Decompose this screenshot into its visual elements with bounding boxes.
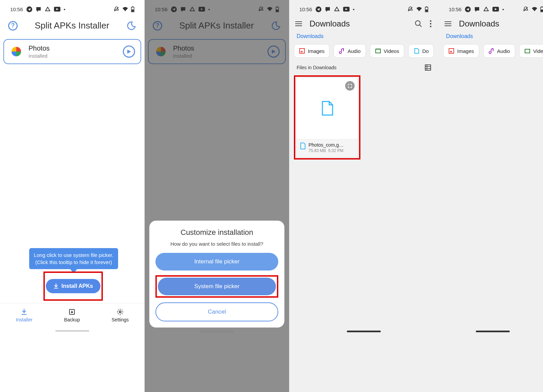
- screen-files-clone: 10:56 • Downloads Downloads Images: [438, 0, 543, 392]
- app-title: Split APKs Installer: [35, 20, 109, 31]
- hamburger-icon[interactable]: [295, 21, 302, 26]
- breadcrumb[interactable]: Downloads: [438, 33, 543, 44]
- cancel-button[interactable]: Cancel: [155, 302, 278, 321]
- svg-rect-35: [541, 6, 543, 7]
- file-icon: [320, 100, 334, 116]
- nav-installer[interactable]: Installer: [16, 308, 33, 322]
- youtube-icon: [54, 7, 60, 12]
- hamburger-icon[interactable]: [445, 21, 451, 26]
- nav-handle: [347, 331, 381, 332]
- tooltip-line1: Long click to use system file picker.: [33, 251, 114, 259]
- image-icon: [299, 48, 305, 54]
- view-toggle-icon[interactable]: [425, 64, 431, 71]
- chip-videos[interactable]: Videos: [370, 44, 405, 58]
- svg-rect-26: [376, 49, 380, 53]
- chip-documents[interactable]: Do: [408, 44, 434, 58]
- nav-backup[interactable]: Backup: [64, 308, 80, 322]
- google-photos-icon: [10, 45, 23, 58]
- files-header: Downloads: [289, 16, 438, 33]
- wifi-icon: [416, 7, 422, 12]
- chip-audio[interactable]: Audio: [334, 44, 366, 58]
- bottom-nav: Installer Backup Settings: [0, 303, 145, 327]
- svg-point-24: [430, 26, 431, 27]
- chat-icon: [474, 6, 480, 12]
- status-time: 10:56: [10, 6, 23, 12]
- install-bottom-sheet: Customize installation How do you want t…: [149, 221, 284, 328]
- dnd-icon: [113, 6, 119, 12]
- status-bar: 10:56 •: [438, 0, 543, 16]
- status-time: 10:56: [449, 6, 462, 12]
- launch-app-button[interactable]: [123, 45, 135, 58]
- video-icon: [375, 48, 381, 54]
- svg-rect-27: [425, 65, 431, 70]
- battery-icon: [540, 6, 543, 12]
- file-name: Photos_com,g…: [308, 142, 344, 148]
- wifi-icon: [531, 7, 538, 12]
- file-item[interactable]: Photos_com,g… 75.83 MB 5:32 PM: [296, 77, 358, 157]
- help-icon[interactable]: ?: [8, 21, 18, 31]
- chat-icon: [325, 6, 331, 12]
- install-apks-button[interactable]: Install APKs: [46, 279, 100, 293]
- search-icon[interactable]: [415, 20, 422, 27]
- files-title: Downloads: [310, 19, 407, 29]
- more-icon[interactable]: [430, 20, 432, 27]
- svg-rect-37: [449, 49, 454, 53]
- svg-line-21: [419, 25, 422, 27]
- chat-icon: [36, 6, 41, 12]
- modal-overlay[interactable]: [145, 0, 289, 392]
- nav-handle: [476, 331, 510, 332]
- breadcrumb[interactable]: Downloads: [289, 33, 438, 44]
- telegram-icon: [465, 6, 471, 12]
- sheet-subtitle: How do you want to select files to insta…: [155, 241, 278, 247]
- svg-point-7: [119, 311, 121, 313]
- document-icon: [413, 48, 419, 54]
- files-title: Downloads: [459, 19, 543, 29]
- svg-rect-18: [426, 6, 427, 7]
- theme-toggle-icon[interactable]: [126, 21, 136, 31]
- nav-settings-label: Settings: [112, 317, 129, 322]
- nav-settings[interactable]: Settings: [112, 308, 129, 322]
- chip-images[interactable]: Images: [294, 44, 330, 58]
- dot-icon: •: [353, 6, 355, 12]
- install-label: Install APKs: [61, 283, 93, 289]
- svg-rect-4: [132, 6, 133, 7]
- drive-icon: [483, 6, 489, 12]
- sheet-title: Customize installation: [155, 228, 278, 237]
- tooltip-line2: (Click this tooltip to hide it forever): [33, 259, 114, 266]
- status-time: 10:56: [299, 6, 312, 12]
- system-picker-highlight: System file picker: [155, 275, 278, 298]
- drive-icon: [334, 6, 340, 12]
- dnd-icon: [407, 6, 413, 12]
- chip-videos[interactable]: Videos: [519, 44, 543, 58]
- app-status: Installed: [29, 53, 117, 59]
- screen-files-downloads: 10:56 • Downloads Downloads Im: [289, 0, 438, 392]
- dot-icon: •: [502, 6, 504, 12]
- install-button-highlight: Install APKs: [43, 272, 103, 301]
- nav-handle: [55, 330, 89, 332]
- svg-point-23: [430, 23, 431, 24]
- audio-icon: [339, 48, 345, 54]
- chip-images[interactable]: Images: [443, 44, 479, 58]
- tooltip[interactable]: Long click to use system file picker. (C…: [29, 248, 118, 273]
- svg-rect-5: [132, 10, 134, 12]
- file-item-highlight: Photos_com,g… 75.83 MB 5:32 PM: [294, 75, 360, 160]
- svg-rect-38: [525, 49, 530, 53]
- sai-header: ? Split APKs Installer: [0, 16, 145, 38]
- svg-point-20: [415, 21, 420, 25]
- internal-file-picker-button[interactable]: Internal file picker: [155, 253, 278, 270]
- screen-sai-main: 10:56 • ? Split APKs Installer: [0, 0, 145, 392]
- nav-handle: [200, 331, 234, 332]
- battery-icon: [131, 6, 134, 12]
- drive-icon: [45, 6, 51, 12]
- dot-icon: •: [64, 6, 65, 12]
- expand-icon[interactable]: [345, 81, 355, 91]
- status-bar: 10:56 •: [0, 0, 145, 16]
- telegram-icon: [26, 6, 32, 12]
- section-label: Files in Downloads: [297, 65, 337, 70]
- battery-icon: [425, 6, 428, 12]
- telegram-icon: [316, 6, 321, 12]
- app-card-photos[interactable]: Photos Installed: [3, 39, 141, 64]
- chip-audio[interactable]: Audio: [483, 44, 515, 58]
- nav-installer-label: Installer: [16, 317, 33, 322]
- system-file-picker-button[interactable]: System file picker: [158, 278, 276, 295]
